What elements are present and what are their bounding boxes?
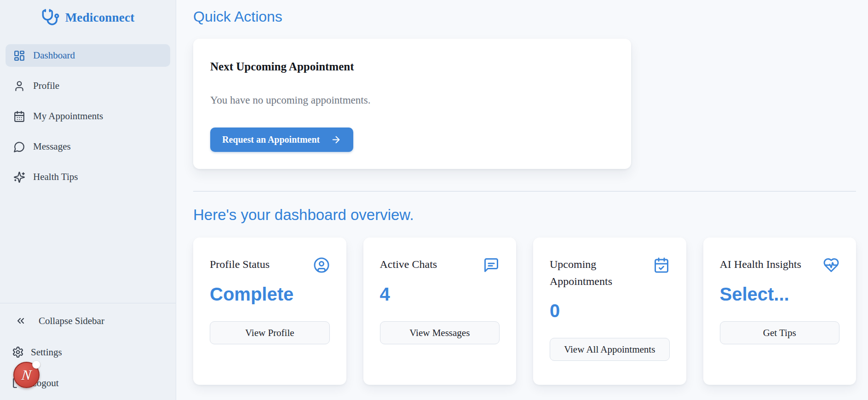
sidebar-item-profile[interactable]: Profile: [6, 75, 170, 97]
stat-card-header: Profile Status: [210, 256, 330, 273]
chat-bubble-icon: [13, 141, 25, 153]
settings-label: Settings: [31, 347, 62, 358]
view-all-appointments-button[interactable]: View All Appointments: [550, 338, 670, 361]
sidebar-item-label: Messages: [33, 141, 71, 152]
sidebar-footer-divider: [0, 303, 176, 303]
sidebar-item-label: Profile: [33, 80, 59, 92]
sidebar-item-label: My Appointments: [33, 110, 103, 122]
stat-card-value: Select...: [720, 282, 789, 307]
stat-card-header: Active Chats: [380, 256, 500, 273]
calendar-icon: [13, 110, 25, 122]
avatar-status-dot: [32, 360, 40, 369]
stat-card-value: 0: [550, 298, 560, 323]
page-title: Quick Actions: [193, 6, 282, 27]
stat-cards-row: Profile Status Complete View Profile Act…: [193, 238, 856, 385]
sidebar-item-label: Dashboard: [33, 50, 75, 61]
profile-status-card: Profile Status Complete View Profile: [193, 238, 346, 385]
stat-card-title: AI Health Insights: [720, 256, 801, 273]
appointment-empty-message: You have no upcoming appointments.: [210, 93, 614, 108]
sidebar-item-messages[interactable]: Messages: [6, 135, 170, 158]
avatar[interactable]: N: [13, 362, 40, 388]
sidebar-item-my-appointments[interactable]: My Appointments: [6, 105, 170, 128]
section-divider: [193, 191, 856, 191]
sidebar-item-dashboard[interactable]: Dashboard: [6, 44, 170, 67]
chevrons-left-icon: [15, 315, 26, 326]
request-appointment-button[interactable]: Request an Appointment: [210, 128, 353, 152]
overview-title: Here's your dashboard overview.: [193, 204, 414, 226]
avatar-letter: N: [21, 367, 32, 383]
sidebar-item-label: Health Tips: [33, 171, 78, 183]
gear-icon: [12, 346, 24, 358]
collapse-sidebar-label: Collapse Sidebar: [39, 315, 104, 327]
get-tips-button[interactable]: Get Tips: [720, 321, 840, 344]
next-appointment-card: Next Upcoming Appointment You have no up…: [193, 39, 631, 169]
stat-card-title: Upcoming Appointments: [550, 256, 638, 290]
active-chats-card: Active Chats 4 View Messages: [363, 238, 517, 385]
sidebar-item-health-tips[interactable]: Health Tips: [6, 166, 170, 188]
stat-card-value: 4: [380, 282, 390, 307]
heart-pulse-icon: [823, 257, 839, 273]
arrow-right-icon: [331, 134, 341, 145]
collapse-sidebar-button[interactable]: Collapse Sidebar: [0, 309, 176, 332]
sidebar-nav: Dashboard Profile My Appointments: [6, 44, 170, 196]
stat-card-value: Complete: [210, 282, 293, 307]
stethoscope-icon: [41, 8, 60, 27]
upcoming-appointments-card: Upcoming Appointments 0 View All Appoint…: [533, 238, 686, 385]
stat-card-title: Profile Status: [210, 256, 270, 273]
user-circle-icon: [313, 257, 330, 273]
sparkles-icon: [13, 171, 25, 183]
request-appointment-label: Request an Appointment: [222, 134, 320, 145]
brand-name: Mediconnect: [65, 11, 135, 25]
calendar-check-icon: [653, 257, 670, 273]
view-profile-button[interactable]: View Profile: [210, 321, 330, 344]
appointment-card-title: Next Upcoming Appointment: [210, 59, 614, 75]
sidebar: Mediconnect Dashboard Profile: [0, 0, 176, 400]
message-square-icon: [483, 257, 500, 273]
view-messages-button[interactable]: View Messages: [380, 321, 500, 344]
ai-health-insights-card: AI Health Insights Select... Get Tips: [703, 238, 857, 385]
stat-card-header: Upcoming Appointments: [550, 256, 670, 290]
stat-card-header: AI Health Insights: [720, 256, 840, 273]
stat-card-title: Active Chats: [380, 256, 437, 273]
sidebar-item-settings[interactable]: Settings: [0, 341, 176, 364]
user-icon: [13, 80, 25, 92]
brand-logo: Mediconnect: [0, 0, 176, 28]
dashboard-grid-icon: [13, 50, 25, 62]
